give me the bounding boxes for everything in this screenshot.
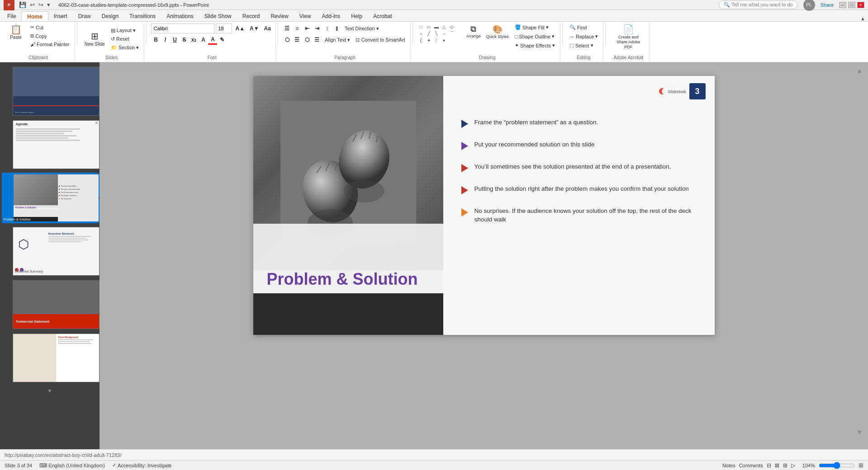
zoom-fit-btn[interactable]: ⊞ — [859, 462, 863, 469]
clipboard-label: Clipboard — [28, 54, 48, 60]
star-shape[interactable]: ✦ — [425, 37, 432, 43]
reset-btn[interactable]: ↺ Reset — [109, 35, 142, 43]
font-increase-btn[interactable]: A▲ — [233, 24, 247, 33]
save-btn[interactable]: 💾 — [18, 0, 27, 9]
slide-sorter-btn[interactable]: ⊞ — [783, 462, 787, 469]
close-btn[interactable]: ✕ — [857, 2, 864, 8]
arrow-shape[interactable]: → — [441, 30, 448, 37]
arrange-btn[interactable]: ⧉ Arrange — [465, 24, 483, 39]
bracket-shape[interactable]: { — [417, 37, 425, 43]
minimize-btn[interactable]: ─ — [839, 2, 846, 8]
convert-smartart-btn[interactable]: ⊡ Convert to SmartArt — [353, 36, 407, 44]
curve-shape[interactable]: ⌒ — [448, 30, 455, 37]
align-text-btn[interactable]: Align Text ▾ — [323, 36, 353, 44]
share-btn[interactable]: Share — [821, 2, 834, 8]
heart-shape[interactable]: ♡ — [433, 37, 440, 43]
font-color-btn[interactable]: A — [208, 35, 217, 45]
font-name-input[interactable]: Calibri — [151, 24, 214, 33]
shape-effects-btn[interactable]: ✦ Shape Effects ▾ — [512, 42, 557, 49]
rect-shape[interactable]: □ — [417, 24, 425, 30]
normal-view-btn[interactable]: ⊟ — [767, 462, 771, 469]
customize-btn[interactable]: ▾ — [46, 0, 51, 9]
diamond-shape[interactable]: ◇ — [448, 24, 455, 30]
tab-home[interactable]: Home — [21, 11, 48, 21]
scroll-bottom-btn[interactable]: ▼ — [856, 428, 863, 436]
slide-thumb-1[interactable]: 1 ★ This is a great template... — [2, 66, 98, 117]
line2-shape[interactable]: ╲ — [433, 30, 440, 37]
highlight-btn[interactable]: ✎ — [218, 35, 227, 45]
create-pdf-btn[interactable]: 📄 Create and Share Adobe PDF — [610, 24, 646, 51]
slide-thumb-2[interactable]: 2 ★ Agenda — [2, 119, 98, 170]
redo-btn[interactable]: ↪ — [38, 0, 44, 9]
tab-design[interactable]: Design — [96, 11, 124, 21]
text-direction-btn[interactable]: Text Direction ▾ — [342, 25, 381, 33]
shape-fill-btn[interactable]: 🪣 Shape Fill ▾ — [512, 24, 557, 31]
tab-view[interactable]: View — [294, 11, 317, 21]
layout-btn[interactable]: ▤ Layout ▾ — [109, 27, 142, 34]
more-shapes-btn[interactable]: ▾ — [441, 37, 448, 43]
maximize-btn[interactable]: □ — [848, 2, 855, 8]
tab-addins[interactable]: Add-ins — [317, 11, 346, 21]
increase-indent-btn[interactable]: ⇥ — [313, 24, 322, 33]
slide-thumb-3[interactable]: 3 ★ Problem & Solution ▶ Frame the probl… — [2, 173, 98, 223]
outline-view-btn[interactable]: ⊠ — [775, 462, 779, 469]
notes-btn[interactable]: Notes — [722, 463, 735, 468]
comments-btn[interactable]: Comments — [739, 463, 763, 468]
tab-transitions[interactable]: Transitions — [124, 11, 161, 21]
italic-btn[interactable]: I — [161, 35, 170, 45]
paste-btn[interactable]: 📋 Paste — [5, 24, 27, 41]
zoom-slider[interactable] — [819, 463, 855, 468]
align-left-btn[interactable]: ⬡ — [283, 35, 292, 45]
change-case-btn[interactable]: Aa — [262, 24, 273, 33]
search-box[interactable]: 🔍 Tell me what you want to do — [719, 0, 798, 9]
oval-shape[interactable]: ○ — [417, 30, 425, 37]
copy-btn[interactable]: ⧉ Copy — [28, 32, 72, 40]
subscript-btn[interactable]: x₂ — [189, 35, 198, 45]
scroll-top-btn[interactable]: ▲ — [856, 67, 863, 74]
tab-review[interactable]: Review — [265, 11, 294, 21]
font-decrease-btn[interactable]: A▼ — [248, 24, 261, 33]
quick-styles-btn[interactable]: 🎨 Quick Styles — [484, 24, 511, 40]
replace-btn[interactable]: ↔ Replace ▾ — [567, 33, 600, 40]
format-painter-btn[interactable]: 🖌 Format Painter — [28, 41, 72, 48]
bold-btn[interactable]: B — [151, 35, 160, 45]
slide-title: Problem & Solution — [267, 270, 430, 288]
undo-btn[interactable]: ↩ — [29, 0, 36, 9]
tab-file[interactable]: File — [2, 11, 21, 21]
select-btn[interactable]: ⬚ Select ▾ — [567, 42, 600, 49]
decrease-indent-btn[interactable]: ⇤ — [303, 24, 312, 33]
new-slide-btn[interactable]: ⊞ New Slide — [82, 30, 108, 48]
tab-insert[interactable]: Insert — [48, 11, 73, 21]
slide-thumb-5[interactable]: 5 ★ Testimonial Statement — [2, 279, 98, 330]
justify-btn[interactable]: ☰ — [313, 35, 322, 45]
cut-btn[interactable]: ✂ Cut — [28, 24, 72, 31]
line-spacing-btn[interactable]: ↕ — [323, 24, 332, 33]
reading-view-btn[interactable]: ▷ — [791, 462, 795, 469]
slide-thumb-4[interactable]: 4 ★ ⬡ Executive Summary — [2, 226, 98, 277]
rounded-rect-shape[interactable]: ▭ — [425, 24, 432, 30]
tab-help[interactable]: Help — [346, 11, 368, 21]
tab-animations[interactable]: Animations — [161, 11, 199, 21]
find-btn[interactable]: 🔍 Find — [567, 24, 600, 31]
align-right-btn[interactable]: ⬡ — [303, 35, 312, 45]
shape-outline-btn[interactable]: □ Shape Outline ▾ — [512, 33, 557, 40]
tab-slideshow[interactable]: Slide Show — [199, 11, 237, 21]
section-btn[interactable]: 📁 Section ▾ — [109, 44, 142, 52]
tab-record[interactable]: Record — [237, 11, 266, 21]
tri-shape[interactable]: △ — [441, 24, 448, 30]
collapse-ribbon-btn[interactable]: ▲ — [858, 16, 868, 21]
text-shadow-btn[interactable]: A — [199, 35, 208, 45]
align-center-btn[interactable]: ☰ — [293, 35, 302, 45]
strikethrough-btn[interactable]: S — [180, 35, 189, 45]
numbered-list-btn[interactable]: ≡ — [293, 24, 302, 33]
underline-btn[interactable]: U — [170, 35, 179, 45]
accessibility-indicator[interactable]: ✓ Accessibility: Investigate — [112, 462, 171, 468]
font-size-input[interactable]: 18 — [216, 24, 232, 33]
rect2-shape[interactable]: ▬ — [433, 24, 440, 30]
slide-thumb-6[interactable]: 6 ★ Client Background — [2, 333, 98, 383]
tab-draw[interactable]: Draw — [73, 11, 96, 21]
tab-acrobat[interactable]: Acrobat — [368, 11, 397, 21]
bullet-list-btn[interactable]: ☰ — [283, 24, 292, 33]
line-shape[interactable]: ╱ — [425, 30, 432, 37]
columns-btn[interactable]: ⫿ — [332, 24, 342, 33]
